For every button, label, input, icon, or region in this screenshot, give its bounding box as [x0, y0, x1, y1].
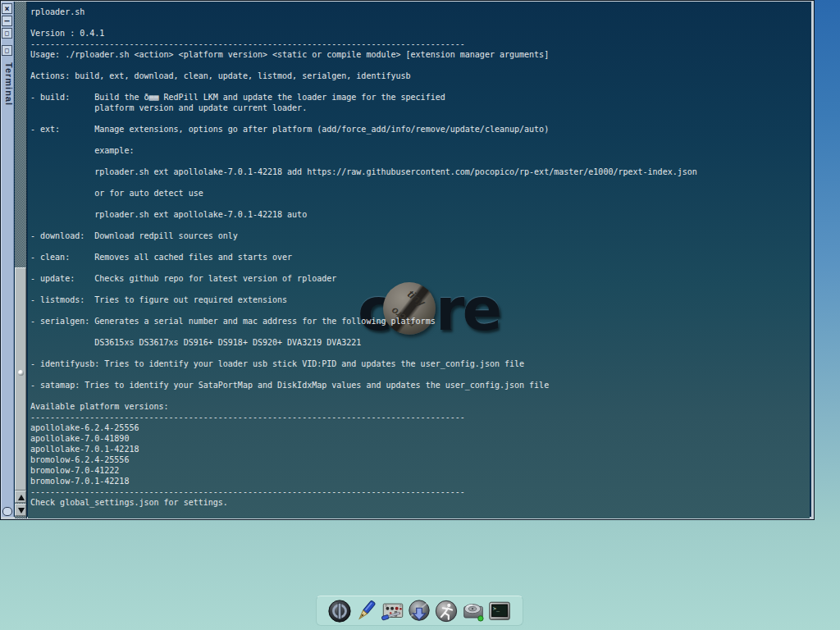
scrollbar-dimple	[18, 370, 24, 376]
iconify-icon[interactable]: □	[2, 45, 12, 56]
close-icon[interactable]: ×	[2, 3, 12, 14]
pen-icon[interactable]	[354, 598, 379, 623]
prompt-line: tc@box:~$	[30, 508, 114, 518]
control-panel-icon[interactable]	[380, 598, 405, 623]
scroll-up-button[interactable]	[15, 491, 26, 503]
resize-handle[interactable]	[2, 507, 12, 516]
terminal-window: × – □ □ Terminal c tiny micro re rploade…	[0, 0, 815, 520]
mount-tool-icon[interactable]	[460, 598, 486, 623]
window-title: Terminal	[2, 62, 14, 106]
window-titlebar[interactable]: × – □ □ Terminal	[1, 2, 14, 517]
scrollbar-track[interactable]	[15, 2, 27, 518]
apps-download-icon[interactable]	[407, 598, 432, 623]
scroll-down-button[interactable]	[15, 504, 26, 516]
shade-icon[interactable]: –	[2, 16, 12, 26]
terminal-screen[interactable]: c tiny micro re rploader.sh Version : 0.…	[28, 2, 810, 518]
wbar-dock: >_	[316, 596, 523, 626]
terminal-icon[interactable]: >_	[487, 598, 513, 623]
scrollbar-thumb[interactable]	[15, 267, 26, 491]
terminal-output: rploader.sh Version : 0.4.1 ------------…	[30, 7, 697, 508]
maximize-icon[interactable]: □	[2, 28, 12, 39]
svg-text:>_: >_	[493, 605, 500, 611]
run-icon[interactable]	[434, 598, 459, 623]
power-icon[interactable]	[326, 598, 352, 623]
